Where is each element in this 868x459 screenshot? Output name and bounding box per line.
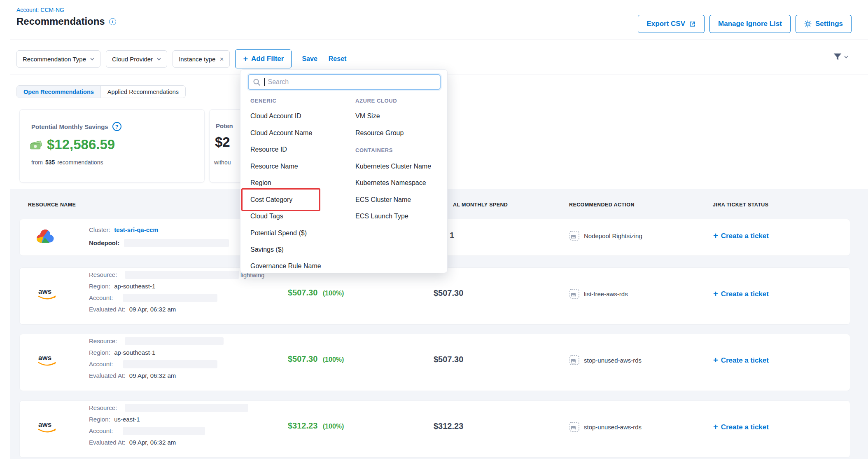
monthly-savings-cell: $312.23 (100%) — [288, 421, 344, 431]
create-ticket-label: Create a ticket — [721, 290, 769, 298]
create-ticket-button[interactable]: + Create a ticket — [713, 289, 769, 299]
table-row[interactable]: aws Resource: lightwing Region: ap-south… — [19, 267, 850, 325]
export-csv-button[interactable]: Export CSV — [638, 15, 705, 33]
cluster-link[interactable]: test-sri-qa-ccm — [114, 226, 159, 233]
column-header-jira-ticket-status: JIRA TICKET STATUS — [713, 202, 768, 208]
create-ticket-button[interactable]: + Create a ticket — [713, 422, 769, 432]
reset-filter-button[interactable]: Reset — [329, 55, 347, 63]
create-ticket-label: Create a ticket — [721, 356, 769, 365]
filter-option-cloud-account-name[interactable]: Cloud Account Name — [250, 129, 312, 137]
close-icon[interactable]: × — [219, 56, 224, 63]
plus-icon: + — [713, 356, 718, 365]
filter-option-cloud-account-id[interactable]: Cloud Account ID — [250, 112, 301, 120]
filter-option-kubernetes-cluster-name[interactable]: Kubernetes Cluster Name — [355, 163, 431, 170]
evaluated-line: Evaluated At: 09 Apr, 06:32 am — [89, 306, 176, 313]
column-header-resource-name: RESOURCE NAME — [28, 202, 76, 208]
recommendations-tabs: Open Recommendations Applied Recommendat… — [16, 85, 186, 98]
search-input[interactable] — [268, 78, 436, 86]
breadcrumb[interactable]: Account: CCM-NG — [16, 7, 64, 13]
filter-option-resource-name[interactable]: Resource Name — [250, 163, 298, 170]
plus-icon: + — [713, 231, 718, 241]
create-ticket-label: Create a ticket — [721, 423, 769, 431]
evaluated-line: Evaluated At: 09 Apr, 06:32 am — [89, 439, 176, 446]
cluster-label: Cluster: — [89, 226, 110, 233]
money-icon — [30, 139, 43, 150]
add-filter-dropdown: GENERIC Cloud Account ID Cloud Account N… — [240, 69, 448, 273]
redacted-account-value — [123, 427, 205, 435]
table-row[interactable]: aws Resource: Region: us-east-1 Account:… — [19, 400, 850, 458]
kebab-menu-icon[interactable] — [831, 288, 834, 299]
monthly-savings-cell: $507.30 (100%) — [288, 354, 344, 364]
add-filter-button[interactable]: + Add Filter — [235, 49, 292, 68]
create-ticket-button[interactable]: + Create a ticket — [713, 231, 769, 241]
filter-chip-instance-type[interactable]: Instance type × — [173, 50, 230, 68]
chip-label: Recommendation Type — [23, 56, 86, 63]
filter-option-kubernetes-namespace[interactable]: Kubernetes Namespace — [355, 179, 426, 187]
resource-label: Resource: — [89, 404, 117, 411]
savings-value: $507.30 — [288, 288, 317, 297]
recommended-action-cell: Nodepool Rightsizing — [569, 231, 642, 241]
svg-text:aws: aws — [38, 354, 51, 362]
text-caret — [264, 78, 265, 86]
recommendation-count: 535 — [45, 159, 55, 166]
settings-button[interactable]: Settings — [796, 15, 852, 33]
filter-option-savings[interactable]: Savings ($) — [250, 246, 284, 253]
search-icon — [253, 78, 261, 86]
info-icon[interactable]: i — [109, 18, 116, 25]
monthly-spend-fragment: 1 — [450, 231, 454, 240]
filter-option-potential-spend[interactable]: Potential Spend ($) — [250, 230, 307, 237]
dropdown-search[interactable] — [248, 74, 441, 90]
help-icon[interactable]: ? — [112, 122, 121, 131]
filter-option-ecs-cluster-name[interactable]: ECS Cluster Name — [355, 196, 411, 204]
tab-applied-recommendations[interactable]: Applied Recommendations — [101, 86, 185, 98]
resource-label: Resource: — [89, 337, 117, 344]
chevron-down-icon — [157, 58, 161, 61]
filter-option-resource-group[interactable]: Resource Group — [355, 129, 404, 137]
svg-text:aws: aws — [38, 288, 51, 295]
region-value: ap-southeast-1 — [114, 349, 155, 356]
table-row[interactable]: aws Resource: Region: ap-southeast-1 Acc… — [19, 334, 850, 391]
account-label: Account: — [89, 294, 113, 301]
filter-option-vm-size[interactable]: VM Size — [355, 112, 380, 120]
kebab-menu-icon[interactable] — [831, 355, 834, 365]
savings-subtext-suffix: recommendations — [57, 159, 103, 166]
region-line: Region: ap-southeast-1 — [89, 349, 155, 356]
spend-subtext-fragment: withou — [214, 159, 231, 166]
savings-percent: (100%) — [323, 356, 344, 363]
filter-chip-cloud-provider[interactable]: Cloud Provider — [106, 50, 167, 68]
page-title: Recommendations — [16, 16, 105, 27]
savings-percent: (100%) — [323, 423, 344, 430]
export-csv-label: Export CSV — [646, 20, 685, 28]
create-ticket-button[interactable]: + Create a ticket — [713, 356, 769, 365]
recommendations-page: Account: CCM-NG Recommendations i Export… — [0, 0, 868, 459]
region-label: Region: — [89, 349, 110, 356]
broken-image-icon — [569, 231, 579, 241]
filter-option-cloud-tags[interactable]: Cloud Tags — [250, 213, 283, 220]
manage-ignore-list-button[interactable]: Manage Ignore List — [709, 15, 791, 33]
kebab-menu-icon[interactable] — [831, 230, 834, 241]
evaluated-at-value: 09 Apr, 06:32 am — [129, 439, 176, 446]
filter-chip-recommendation-type[interactable]: Recommendation Type — [16, 50, 100, 68]
monthly-savings-cell: $507.30 (100%) — [288, 288, 344, 297]
recommended-action-label: Nodepool Rightsizing — [584, 232, 642, 239]
savings-value: $507.30 — [288, 354, 317, 363]
kebab-menu-icon[interactable] — [831, 422, 834, 432]
filter-option-governance-rule-name[interactable]: Governance Rule Name — [250, 262, 321, 270]
save-filter-button[interactable]: Save — [302, 55, 317, 63]
monthly-spend-value: $507.30 — [434, 355, 463, 364]
cost-category-highlight-box — [241, 188, 320, 211]
header-divider — [10, 40, 868, 40]
filter-panel-toggle[interactable] — [833, 53, 848, 61]
filter-option-ecs-launch-type[interactable]: ECS Launch Type — [355, 213, 408, 220]
filter-option-region[interactable]: Region — [250, 179, 271, 187]
tab-open-recommendations[interactable]: Open Recommendations — [17, 86, 101, 98]
gear-icon — [804, 20, 812, 28]
region-line: Region: ap-southeast-1 — [89, 283, 155, 290]
resource-label: Resource: — [89, 271, 117, 278]
column-header-monthly-spend: AL MONTHLY SPEND — [453, 202, 508, 208]
resource-line: Resource: — [89, 337, 119, 345]
filter-option-resource-id[interactable]: Resource ID — [250, 146, 287, 153]
aws-icon: aws — [37, 286, 57, 301]
region-label: Region: — [89, 416, 110, 423]
spend-value-fragment: $2 — [215, 134, 230, 150]
